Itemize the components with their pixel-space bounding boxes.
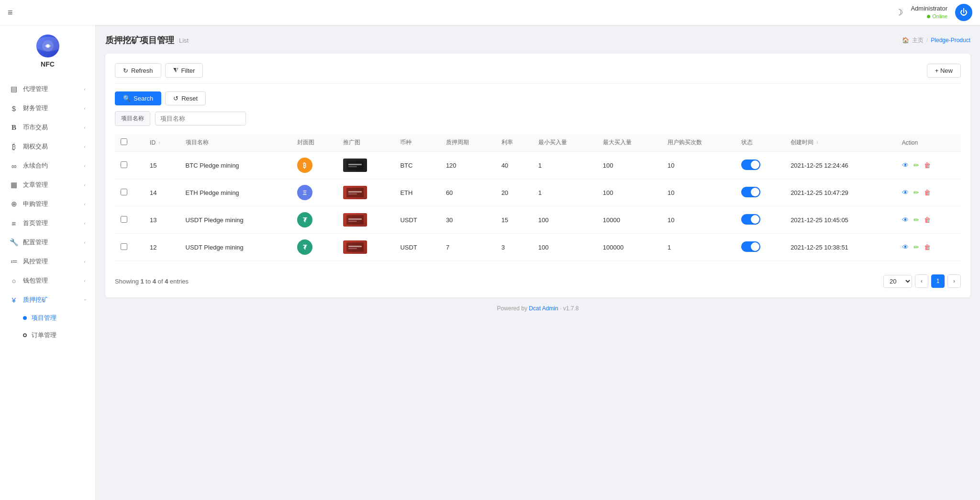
toggle-knob [751, 160, 759, 169]
status-toggle[interactable] [741, 214, 760, 225]
page-1-button[interactable]: 1 [931, 274, 945, 288]
reset-icon: ↺ [173, 95, 178, 102]
chevron-icon: ‹ [84, 144, 86, 149]
cell-max-buy: 100000 [597, 234, 662, 261]
svg-rect-12 [348, 246, 362, 247]
sidebar-item-project-management[interactable]: 项目管理 [0, 309, 95, 327]
view-icon[interactable]: 👁 [902, 243, 909, 251]
theme-toggle-icon[interactable]: ☽ [895, 7, 903, 18]
page-header: 质押挖矿项目管理 List 🏠 主页 / Pledge-Product [105, 34, 970, 46]
sidebar-item-pledge[interactable]: ¥ 质押挖矿 ‹ [0, 290, 95, 309]
row-checkbox[interactable] [121, 161, 127, 168]
cell-max-buy: 10000 [597, 206, 662, 234]
breadcrumb-home[interactable]: 主页 [912, 36, 924, 45]
cell-name: USDT Pledge mining [180, 234, 291, 261]
breadcrumb-current: Pledge-Product [931, 37, 970, 44]
table-row: 13 USDT Pledge mining ₮ USDT 30 15 100 1… [115, 206, 961, 234]
refresh-button[interactable]: ↻ Refresh [115, 63, 161, 78]
sidebar-item-config[interactable]: 🔧 配置管理 ‹ [0, 233, 95, 252]
row-checkbox[interactable] [121, 243, 127, 250]
cell-period: 7 [440, 234, 496, 261]
new-button[interactable]: + New [927, 64, 961, 78]
sidebar-item-risk[interactable]: ≔ 风控管理 ‹ [0, 252, 95, 271]
cell-max-buy: 100 [597, 179, 662, 206]
status-toggle[interactable] [741, 159, 760, 170]
power-button[interactable]: ⏻ [955, 4, 972, 21]
sidebar-item-ipo[interactable]: ⊕ 申购管理 ‹ [0, 194, 95, 214]
view-icon[interactable]: 👁 [902, 216, 909, 224]
edit-icon[interactable]: ✏ [913, 243, 919, 251]
sidebar-item-article[interactable]: ▦ 文章管理 ‹ [0, 175, 95, 194]
prev-page-button[interactable]: ‹ [915, 274, 928, 288]
delete-icon[interactable]: 🗑 [924, 243, 931, 251]
status-toggle[interactable] [741, 187, 760, 197]
search-button[interactable]: 🔍 Search [115, 91, 161, 105]
chevron-icon: ‹ [84, 278, 86, 284]
row-checkbox[interactable] [121, 216, 127, 223]
col-user-count: 用户购买次数 [662, 134, 735, 152]
footer-link[interactable]: Dcat Admin [529, 305, 558, 312]
cell-id: 14 [144, 179, 180, 206]
sidebar-item-options[interactable]: ₿ 期权交易 ‹ [0, 137, 95, 156]
logo-area: NFC [36, 34, 59, 68]
next-page-button[interactable]: › [947, 274, 961, 288]
col-name: 项目名称 [180, 134, 291, 152]
delete-icon[interactable]: 🗑 [924, 216, 931, 224]
sidebar-item-currency[interactable]: B 币市交易 ‹ [0, 118, 95, 137]
select-all-checkbox[interactable] [121, 138, 127, 145]
row-checkbox[interactable] [121, 189, 127, 195]
cell-name: USDT Pledge mining [180, 206, 291, 234]
cell-rate: 40 [496, 152, 533, 179]
sidebar-item-label: 期权交易 [23, 142, 48, 151]
sidebar-item-finance[interactable]: $ 财务管理 ‹ [0, 99, 95, 118]
page-size-select[interactable]: 102050100 [883, 275, 912, 288]
chevron-icon: ‹ [84, 105, 86, 111]
cell-promo [337, 179, 394, 206]
edit-icon[interactable]: ✏ [913, 189, 919, 196]
sidebar-item-label: 文章管理 [23, 181, 48, 189]
cell-min-buy: 100 [533, 206, 597, 234]
menu-toggle-icon[interactable]: ≡ [8, 8, 13, 18]
toolbar: ↻ Refresh ⧨ Filter + New [115, 63, 961, 78]
view-icon[interactable]: 👁 [902, 189, 909, 196]
cell-user-count: 1 [662, 234, 735, 261]
sidebar-item-home[interactable]: ≡ 首页管理 ‹ [0, 214, 95, 233]
project-name-input[interactable] [155, 112, 246, 125]
sidebar-item-perpetual[interactable]: ∞ 永续合约 ‹ [0, 156, 95, 175]
edit-icon[interactable]: ✏ [913, 216, 919, 224]
options-icon: ₿ [10, 143, 18, 151]
admin-info: Administrator Online [911, 5, 947, 20]
cell-min-buy: 1 [533, 152, 597, 179]
status-toggle[interactable] [741, 241, 760, 252]
cell-cover: Ξ [291, 179, 337, 206]
col-id: ID ↑ [144, 134, 180, 152]
filter-button[interactable]: ⧨ Filter [165, 63, 203, 78]
view-icon[interactable]: 👁 [902, 161, 909, 169]
delete-icon[interactable]: 🗑 [924, 161, 931, 169]
svg-rect-4 [348, 166, 357, 167]
agent-icon: ▤ [10, 85, 18, 93]
action-icons: 👁 ✏ 🗑 [902, 216, 955, 224]
cell-coin: USDT [394, 234, 440, 261]
col-max-buy: 最大买入量 [597, 134, 662, 152]
action-icons: 👁 ✏ 🗑 [902, 161, 955, 169]
table-row: 12 USDT Pledge mining ₮ USDT 7 3 100 100… [115, 234, 961, 261]
sidebar-item-label: 财务管理 [23, 104, 48, 113]
cell-promo [337, 206, 394, 234]
sidebar-item-agent[interactable]: ▤ 代理管理 ‹ [0, 80, 95, 99]
chevron-icon: ‹ [84, 125, 86, 130]
sidebar-item-label: 配置管理 [23, 238, 48, 247]
sidebar-item-order-management[interactable]: 订单管理 [0, 327, 95, 344]
home-icon: 🏠 [902, 37, 909, 44]
col-created: 创建时间 ↑ [785, 134, 896, 152]
page-title-area: 质押挖矿项目管理 List [105, 34, 189, 46]
col-min-buy: 最小买入量 [533, 134, 597, 152]
logo-icon [36, 34, 59, 57]
cell-promo [337, 152, 394, 179]
delete-icon[interactable]: 🗑 [924, 189, 931, 196]
sidebar-item-wallet[interactable]: ○ 钱包管理 ‹ [0, 271, 95, 290]
reset-button[interactable]: ↺ Reset [165, 91, 206, 105]
edit-icon[interactable]: ✏ [913, 161, 919, 169]
page-title: 质押挖矿项目管理 [105, 34, 174, 46]
cell-min-buy: 1 [533, 179, 597, 206]
